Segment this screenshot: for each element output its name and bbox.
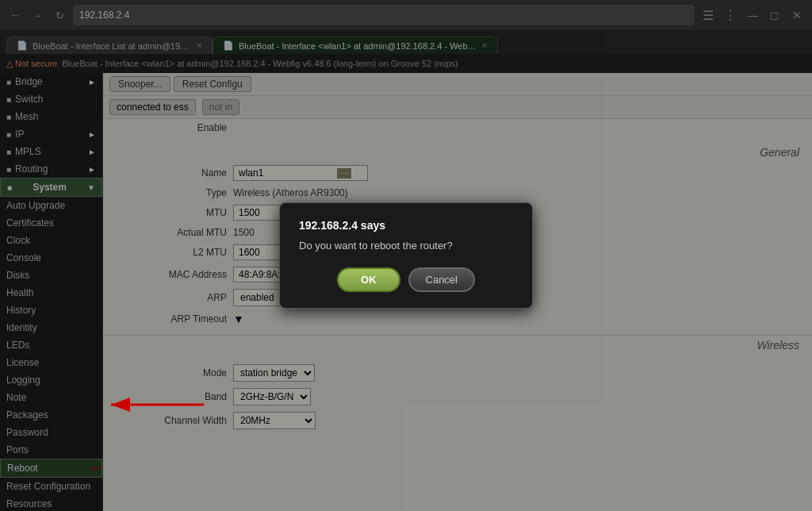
dialog-ok-button[interactable]: OK — [337, 267, 400, 292]
dialog-cancel-button[interactable]: Cancel — [408, 267, 475, 292]
dialog-buttons: OK Cancel — [299, 267, 513, 292]
dialog-overlay: 192.168.2.4 says Do you want to reboot t… — [0, 0, 812, 511]
dialog-title: 192.168.2.4 says — [299, 219, 513, 232]
dialog-message: Do you want to reboot the router? — [299, 240, 513, 252]
dialog-box: 192.168.2.4 says Do you want to reboot t… — [279, 202, 533, 309]
